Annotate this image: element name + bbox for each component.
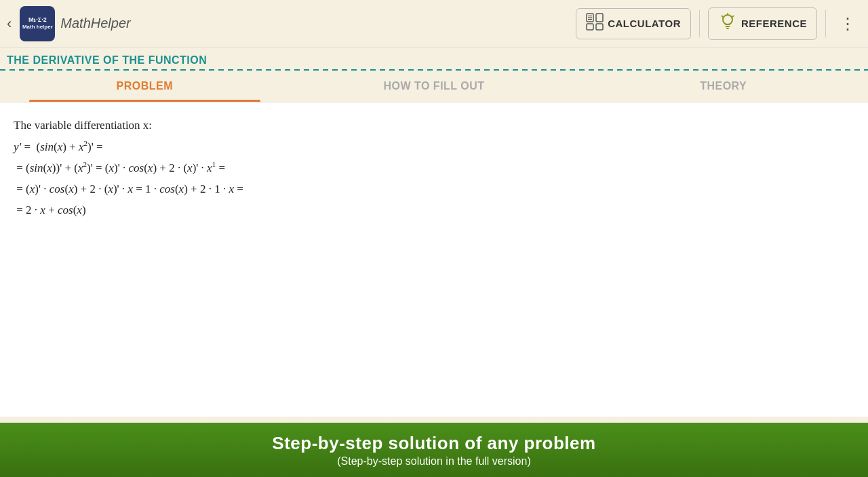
- header-right: CALCULATOR REFERENCE ⋮: [576, 7, 861, 40]
- footer-banner: Step-by-step solution of any problem (St…: [0, 423, 868, 477]
- footer-sub-text: (Step-by-step solution in the full versi…: [337, 455, 530, 468]
- svg-line-9: [722, 16, 723, 17]
- more-button[interactable]: ⋮: [834, 14, 861, 33]
- content-text: The variable differentiation x: y' = (si…: [14, 116, 854, 221]
- app-header: ‹ M₁·Σ·2Math helper MathHelper CALCULATO…: [0, 0, 868, 47]
- tab-how-to-fill-out[interactable]: HOW TO FILL OUT: [290, 71, 579, 102]
- content-area: The variable differentiation x: y' = (si…: [0, 102, 868, 417]
- calculator-label: CALCULATOR: [608, 18, 681, 29]
- app-icon: M₁·Σ·2Math helper: [20, 6, 55, 41]
- section-title: THE DERIVATIVE OF THE FUNCTION: [0, 47, 868, 69]
- calculator-button[interactable]: CALCULATOR: [576, 8, 691, 39]
- svg-rect-2: [587, 24, 593, 30]
- math-line-1: = (sin(x))' + (x2)' = (x)' · cos(x) + 2 …: [14, 158, 854, 178]
- app-title: MathHelper: [60, 16, 130, 31]
- header-divider: [699, 10, 700, 37]
- svg-line-10: [732, 16, 734, 17]
- intro-text: The variable differentiation x:: [14, 119, 152, 132]
- reference-label: REFERENCE: [741, 18, 807, 29]
- math-line-3: = 2 · x + cos(x): [14, 201, 854, 221]
- svg-point-7: [723, 15, 732, 24]
- back-button[interactable]: ‹: [7, 15, 12, 33]
- calculator-icon: [586, 13, 604, 35]
- math-line-2: = (x)' · cos(x) + 2 · (x)' · x = 1 · cos…: [14, 180, 854, 199]
- svg-rect-1: [596, 14, 603, 22]
- reference-button[interactable]: REFERENCE: [708, 7, 817, 40]
- svg-rect-3: [596, 24, 603, 30]
- math-line-0: y' = (sin(x) + x2)' =: [14, 137, 854, 157]
- tabs-bar: PROBLEM HOW TO FILL OUT THEORY: [0, 71, 868, 102]
- tab-theory[interactable]: THEORY: [578, 71, 868, 102]
- header-divider2: [825, 10, 826, 37]
- header-left: ‹ M₁·Σ·2Math helper MathHelper: [7, 6, 131, 41]
- reference-icon: [718, 12, 737, 35]
- footer-main-text: Step-by-step solution of any problem: [272, 433, 595, 454]
- tab-problem[interactable]: PROBLEM: [0, 71, 290, 102]
